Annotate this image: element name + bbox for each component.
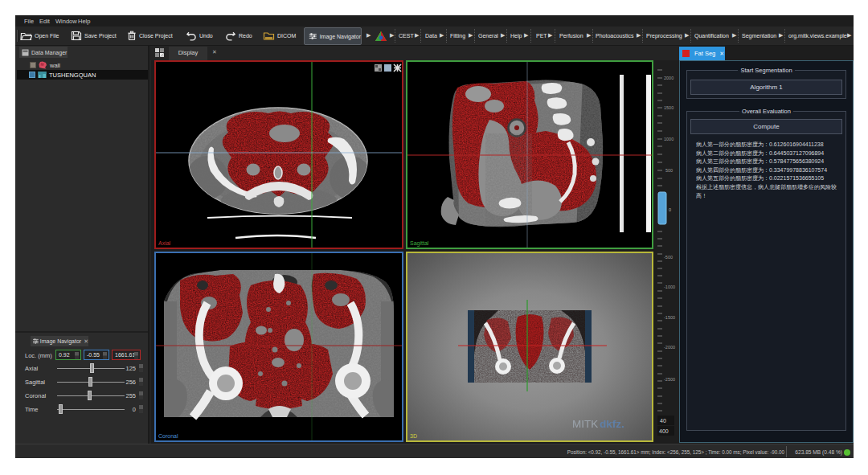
svg-text:2000: 2000 [664, 76, 674, 80]
svg-text:-1500: -1500 [664, 315, 675, 320]
svg-text:500: 500 [665, 168, 673, 173]
svg-text:400: 400 [659, 428, 669, 434]
svg-text:1000: 1000 [664, 137, 674, 141]
svg-text:1500: 1500 [664, 105, 674, 110]
svg-text:-500: -500 [664, 255, 673, 260]
svg-text:dkfz.: dkfz. [600, 418, 624, 430]
svg-text:40: 40 [660, 418, 666, 424]
svg-text:0: 0 [669, 207, 671, 212]
svg-text:-2500: -2500 [664, 377, 675, 382]
svg-text:-1000: -1000 [664, 285, 675, 289]
svg-text:MITK: MITK [572, 418, 598, 430]
svg-text:-2000: -2000 [664, 345, 675, 350]
